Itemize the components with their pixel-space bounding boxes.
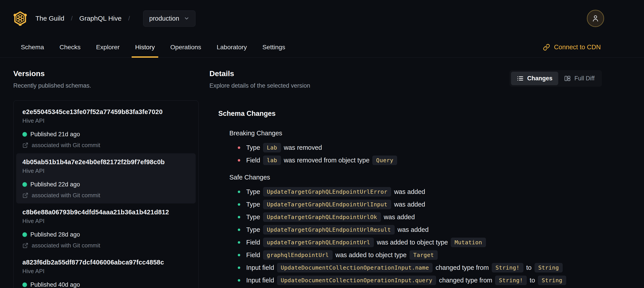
details-panel: Details Explore details of the selected …: [210, 69, 602, 288]
schema-change-item: FieldupdateTargetGraphQLEndpointUrlwas a…: [238, 236, 602, 249]
version-git-row: associated with Git commit: [22, 242, 190, 249]
nav-tabs: SchemaChecksExplorerHistoryOperationsLab…: [20, 37, 300, 58]
change-bullet-icon: [238, 159, 240, 162]
schema-change-item: FieldgraphqlEndpointUrlwas added to obje…: [238, 249, 602, 261]
git-commit-link[interactable]: associated with Git commit: [32, 242, 100, 249]
version-hash: c8b6e88a06793b9c4dfd54aaa21b36a1b421d812: [22, 208, 190, 216]
version-list-item[interactable]: e2e55045345ce13fe07f52a77459b83fa3fe7020…: [16, 103, 196, 153]
code-badge: String!: [495, 275, 527, 285]
version-published-label: Published 40d ago: [30, 281, 80, 288]
tab-bar: SchemaChecksExplorerHistoryOperationsLab…: [0, 37, 644, 58]
view-toggle-group: Changes Full Diff: [510, 70, 602, 87]
external-link-icon: [22, 142, 28, 148]
change-text: to: [526, 264, 532, 271]
external-link-icon: [22, 192, 28, 198]
code-badge: UpdateTargetGraphQLEndpointUrlError: [263, 187, 391, 197]
change-content: TypeUpdateTargetGraphQLEndpointUrlErrorw…: [246, 187, 425, 197]
version-hash: e2e55045345ce13fe07f52a77459b83fa3fe7020: [22, 108, 190, 116]
version-hash: a823f6db2a55df877dcf406006abca97fcc4858c: [22, 258, 190, 266]
code-badge: UpdateTargetGraphQLEndpointUrlInput: [263, 200, 391, 209]
header: The Guild / GraphQL Hive / production: [0, 0, 644, 37]
tab-history[interactable]: History: [134, 37, 156, 58]
code-badge: Query: [372, 156, 397, 165]
versions-subtitle: Recently published schemas.: [13, 82, 198, 89]
main-content: Versions Recently published schemas. e2e…: [0, 58, 644, 288]
change-text: Input field: [246, 264, 274, 271]
code-badge: String: [538, 275, 566, 285]
schema-change-item: TypeLabwas removed: [238, 141, 602, 154]
version-list-item[interactable]: 4b05ab51b1b4a7e2e4b0ef82172f2b9f7ef98c0b…: [16, 153, 196, 203]
schema-change-item: TypeUpdateTargetGraphQLEndpointUrlResult…: [238, 223, 602, 236]
target-selector[interactable]: production: [143, 11, 195, 27]
change-text: was added: [384, 213, 415, 221]
tab-laboratory[interactable]: Laboratory: [216, 37, 248, 58]
tab-explorer[interactable]: Explorer: [95, 37, 120, 58]
version-git-row: associated with Git commit: [22, 192, 190, 199]
change-text: Input field: [246, 277, 274, 284]
version-hash: 4b05ab51b1b4a7e2e4b0ef82172f2b9f7ef98c0b: [22, 158, 190, 166]
full-diff-view-button[interactable]: Full Diff: [558, 72, 600, 85]
version-published-row: Published 21d ago: [22, 131, 190, 138]
version-git-row: associated with Git commit: [22, 142, 190, 148]
change-text: Field: [246, 239, 260, 246]
change-bullet-icon: [238, 228, 240, 231]
version-list-item[interactable]: a823f6db2a55df877dcf406006abca97fcc4858c…: [16, 254, 196, 288]
change-bullet-icon: [238, 279, 240, 281]
code-badge: String: [534, 263, 563, 272]
change-text: was added: [394, 188, 425, 195]
change-content: Input fieldUpdateDocumentCollectionOpera…: [246, 263, 566, 272]
details-subtitle: Explore details of the selected version: [210, 82, 310, 89]
versions-title: Versions: [13, 69, 198, 78]
breaking-changes-list: TypeLabwas removed Fieldlabwas removed f…: [238, 141, 602, 167]
schema-change-item: Input fieldUpdateDocumentCollectionOpera…: [238, 261, 602, 274]
version-list: e2e55045345ce13fe07f52a77459b83fa3fe7020…: [13, 100, 198, 288]
target-selector-value: production: [149, 15, 179, 22]
code-badge: graphqlEndpointUrl: [263, 250, 333, 260]
git-commit-link[interactable]: associated with Git commit: [32, 192, 100, 199]
tab-operations[interactable]: Operations: [169, 37, 202, 58]
code-badge: Target: [410, 250, 438, 260]
change-bullet-icon: [238, 216, 240, 218]
change-bullet-icon: [238, 241, 240, 244]
change-content: TypeLabwas removed: [246, 143, 322, 152]
change-content: TypeUpdateTargetGraphQLEndpointUrlResult…: [246, 225, 428, 234]
user-avatar-button[interactable]: [587, 10, 604, 27]
change-content: FieldupdateTargetGraphQLEndpointUrlwas a…: [246, 238, 489, 247]
status-dot-icon: [22, 282, 27, 287]
breaking-changes-title: Breaking Changes: [229, 130, 602, 137]
breadcrumb-project[interactable]: GraphQL Hive: [79, 15, 122, 22]
changes-view-button[interactable]: Changes: [511, 72, 558, 85]
git-commit-link[interactable]: associated with Git commit: [32, 142, 100, 148]
status-dot-icon: [22, 132, 27, 137]
breadcrumb-separator: /: [128, 15, 130, 22]
link-icon: [543, 44, 550, 51]
code-badge: UpdateTargetGraphQLEndpointUrlResult: [263, 225, 395, 234]
connect-to-cdn-link[interactable]: Connect to CDN: [543, 37, 601, 58]
change-text: was added to object type: [377, 239, 448, 246]
details-title-block: Details Explore details of the selected …: [210, 69, 310, 89]
version-list-item[interactable]: c8b6e88a06793b9c4dfd54aaa21b36a1b421d812…: [16, 203, 196, 254]
safe-changes-list: TypeUpdateTargetGraphQLEndpointUrlErrorw…: [238, 185, 602, 287]
breaking-changes-group: Breaking Changes TypeLabwas removed Fiel…: [218, 130, 602, 167]
code-badge: UpdateDocumentCollectionOperationInput.n…: [277, 263, 433, 272]
version-published-row: Published 40d ago: [22, 281, 190, 288]
details-title: Details: [210, 69, 310, 78]
hive-logo-icon[interactable]: [13, 11, 28, 26]
breadcrumb-org[interactable]: The Guild: [36, 15, 64, 22]
code-badge: UpdateDocumentCollectionOperationInput.q…: [277, 275, 436, 285]
change-text: changed type from: [436, 264, 489, 271]
safe-changes-title: Safe Changes: [229, 174, 602, 181]
app-root: The Guild / GraphQL Hive / production Sc…: [0, 0, 644, 288]
full-diff-view-label: Full Diff: [574, 75, 594, 82]
tab-settings[interactable]: Settings: [262, 37, 286, 58]
safe-changes-group: Safe Changes TypeUpdateTargetGraphQLEndp…: [218, 174, 602, 287]
change-content: FieldgraphqlEndpointUrlwas added to obje…: [246, 250, 440, 260]
tab-checks[interactable]: Checks: [59, 37, 82, 58]
chevron-down-icon: [184, 16, 190, 21]
tab-schema[interactable]: Schema: [20, 37, 45, 58]
change-text: Field: [246, 157, 260, 164]
change-text: was removed from object type: [284, 157, 370, 164]
version-published-label: Published 22d ago: [30, 181, 80, 188]
change-text: Type: [246, 226, 260, 233]
breadcrumb: The Guild / GraphQL Hive / production: [36, 11, 196, 27]
